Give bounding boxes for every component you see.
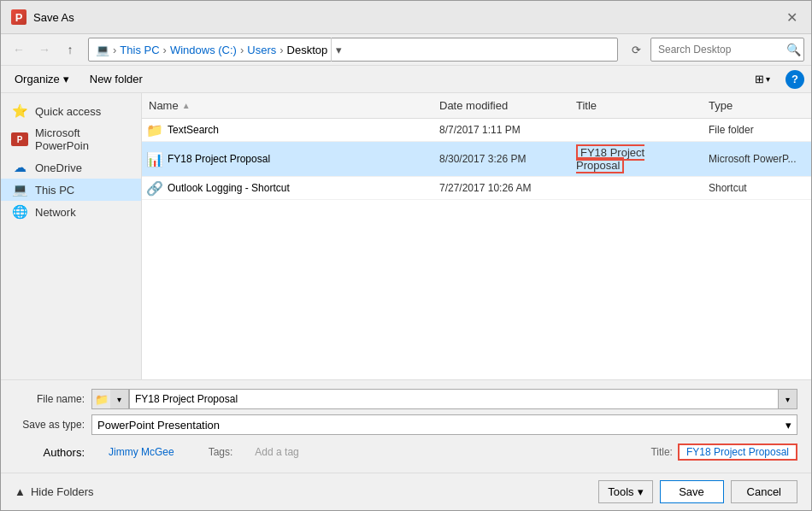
col-date-header[interactable]: Date modified (432, 97, 569, 115)
file-type: File folder (702, 121, 811, 138)
tools-arrow-icon: ▾ (638, 485, 644, 498)
col-name-header[interactable]: Name ▲ (142, 97, 432, 115)
sidebar-label-network: Network (35, 206, 76, 219)
col-type-header[interactable]: Type (702, 97, 811, 115)
ppt-icon: 📊 (145, 150, 164, 168)
back-button[interactable]: ← (8, 38, 30, 61)
filename-input[interactable] (129, 389, 779, 409)
onedrive-icon: ☁ (11, 161, 28, 174)
actions-bar: ▲ Hide Folders Tools ▾ Save Cancel (1, 473, 811, 510)
tags-label: Tags: (209, 446, 233, 458)
breadcrumb-this-pc[interactable]: This PC (120, 44, 159, 56)
file-title (569, 185, 702, 191)
breadcrumb-users[interactable]: Users (247, 44, 276, 56)
secondary-toolbar: Organize ▾ New folder ⊞ ▾ ? (1, 66, 811, 93)
quick-access-icon: ⭐ (11, 104, 28, 118)
tools-button[interactable]: Tools ▾ (598, 480, 652, 503)
hide-folders-toggle[interactable]: ▲ Hide Folders (15, 485, 94, 498)
search-box: 🔍 (650, 38, 804, 62)
organize-button[interactable]: Organize ▾ (8, 69, 76, 89)
save-as-dialog: P Save As ✕ ← → ↑ 💻 › This PC › Windows … (0, 0, 812, 511)
table-row[interactable]: 📊 FY18 Project Proposal 8/30/2017 3:26 P… (142, 142, 811, 177)
file-date: 8/7/2017 1:11 PM (432, 121, 569, 138)
sidebar-label-onedrive: OneDrive (35, 162, 82, 174)
file-date: 8/30/2017 3:26 PM (432, 150, 569, 167)
sidebar-item-onedrive[interactable]: ☁ OneDrive (1, 156, 141, 179)
organize-label: Organize (15, 73, 60, 85)
refresh-button[interactable]: ⟳ (625, 38, 647, 61)
file-name: TextSearch (168, 124, 432, 136)
filename-folder-icon[interactable]: 📁 (91, 389, 110, 409)
forward-button[interactable]: → (33, 38, 56, 61)
breadcrumb-dropdown[interactable]: ▾ (331, 38, 346, 62)
save-button[interactable]: Save (660, 480, 724, 503)
new-folder-button[interactable]: New folder (83, 69, 150, 89)
filename-input-group: 📁 ▾ ▾ (91, 389, 797, 409)
search-input[interactable] (658, 44, 786, 56)
view-icon: ⊞ (755, 73, 764, 85)
file-name: FY18 Project Proposal (168, 153, 432, 165)
tags-value[interactable]: Add a tag (255, 446, 298, 458)
up-button[interactable]: ↑ (59, 38, 81, 61)
name-sort-icon: ▲ (182, 101, 191, 110)
file-title (569, 127, 702, 132)
nav-toolbar: ← → ↑ 💻 › This PC › Windows (C:) › Users… (1, 34, 811, 66)
help-button[interactable]: ? (786, 70, 804, 89)
savetype-row: Save as type: PowerPoint Presentation ▾ (15, 414, 797, 435)
savetype-select[interactable]: PowerPoint Presentation ▾ (91, 414, 797, 435)
title-group: Title: FY18 Project Proposal (650, 443, 797, 461)
organize-arrow-icon: ▾ (63, 73, 69, 85)
table-row[interactable]: 📁 TextSearch 8/7/2017 1:11 PM File folde… (142, 119, 811, 142)
content-area: ⭐ Quick access P Microsoft PowerPoin ☁ O… (1, 93, 811, 379)
shortcut-icon: 🔗 (145, 179, 164, 197)
title-label: Title: (650, 446, 673, 458)
powerpoint-icon: P (11, 132, 28, 146)
view-button[interactable]: ⊞ ▾ (750, 69, 775, 89)
sidebar-item-network[interactable]: 🌐 Network (1, 201, 141, 223)
breadcrumb-windows[interactable]: Windows (C:) (170, 44, 237, 56)
bottom-panel: File name: 📁 ▾ ▾ Save as type: PowerPoin… (1, 379, 811, 473)
file-list-header: Name ▲ Date modified Title Type Size (142, 93, 811, 119)
filename-dropdown[interactable]: ▾ (779, 389, 797, 409)
filename-row: File name: 📁 ▾ ▾ (15, 389, 797, 409)
breadcrumb-desktop: Desktop (287, 44, 328, 56)
cancel-button[interactable]: Cancel (731, 480, 797, 503)
table-row[interactable]: 🔗 Outlook Logging - Shortcut 7/27/2017 1… (142, 177, 811, 200)
file-type: Microsoft PowerP... (702, 150, 811, 167)
filename-label: File name: (15, 393, 91, 405)
authors-label: Authors: (15, 446, 91, 459)
savetype-input-group: PowerPoint Presentation ▾ (91, 414, 797, 435)
breadcrumb[interactable]: 💻 › This PC › Windows (C:) › Users › Des… (88, 38, 618, 62)
network-icon: 🌐 (11, 205, 28, 219)
title-value[interactable]: FY18 Project Proposal (678, 443, 797, 461)
sidebar-item-microsoft-powerpoint[interactable]: P Microsoft PowerPoin (1, 122, 141, 156)
file-name: Outlook Logging - Shortcut (168, 182, 432, 194)
sidebar-item-this-pc[interactable]: 💻 This PC (1, 179, 141, 201)
sidebar-label-this-pc: This PC (35, 184, 74, 197)
file-list: Name ▲ Date modified Title Type Size 📁 (142, 93, 811, 379)
search-icon: 🔍 (786, 43, 801, 56)
sidebar-item-quick-access[interactable]: ⭐ Quick access (1, 100, 141, 122)
sidebar-label-quick-access: Quick access (35, 105, 101, 118)
filename-type-dropdown[interactable]: ▾ (110, 389, 129, 409)
app-icon: P (11, 9, 26, 25)
savetype-arrow-icon: ▾ (786, 419, 791, 432)
title-bar: P Save As ✕ (1, 1, 811, 34)
action-buttons: Tools ▾ Save Cancel (598, 480, 797, 503)
col-title-header[interactable]: Title (569, 97, 702, 115)
sidebar: ⭐ Quick access P Microsoft PowerPoin ☁ O… (1, 93, 142, 379)
folder-icon: 📁 (145, 120, 164, 139)
savetype-label: Save as type: (15, 419, 91, 431)
close-button[interactable]: ✕ (782, 8, 801, 26)
highlighted-title: FY18 Project Proposal (576, 144, 644, 173)
dialog-title: Save As (33, 11, 775, 24)
chevron-up-icon: ▲ (15, 485, 26, 498)
thispc-icon: 💻 (11, 183, 28, 197)
sidebar-label-powerpoint: Microsoft PowerPoin (35, 126, 131, 152)
file-date: 7/27/2017 10:26 AM (432, 179, 569, 197)
file-title: FY18 Project Proposal (569, 144, 702, 174)
file-type: Shortcut (702, 179, 811, 197)
meta-row: Authors: Jimmy McGee Tags: Add a tag Tit… (15, 440, 797, 464)
authors-value[interactable]: Jimmy McGee (109, 446, 174, 458)
view-dropdown-icon: ▾ (766, 74, 770, 84)
